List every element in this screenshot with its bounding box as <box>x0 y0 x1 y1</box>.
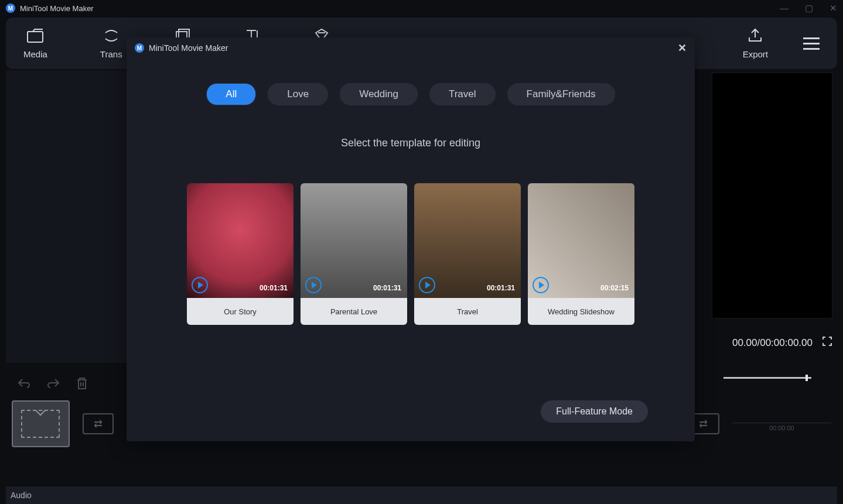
template-card-wedding-slideshow[interactable]: 00:02:15 Wedding Slideshow <box>528 183 634 325</box>
template-card-parental-love[interactable]: 00:01:31 Parental Love <box>301 183 407 325</box>
dialog-close-button[interactable]: ✕ <box>678 42 687 54</box>
template-duration: 00:01:31 <box>487 284 515 292</box>
app-logo-icon: M <box>135 43 144 53</box>
category-tabs: All Love Wedding Travel Family&Friends <box>127 83 695 105</box>
template-thumbnail: 00:01:31 <box>187 183 293 298</box>
dialog-titlebar: M MiniTool Movie Maker ✕ <box>127 37 695 59</box>
play-icon[interactable] <box>533 277 549 293</box>
tab-love[interactable]: Love <box>268 83 328 105</box>
play-icon[interactable] <box>305 277 322 293</box>
template-grid: 00:01:31 Our Story 00:01:31 Parental Lov… <box>127 183 695 325</box>
play-icon[interactable] <box>192 277 208 293</box>
template-thumbnail: 00:01:31 <box>301 183 407 298</box>
full-feature-mode-button[interactable]: Full-Feature Mode <box>541 400 648 423</box>
template-dialog: M MiniTool Movie Maker ✕ All Love Weddin… <box>127 37 695 441</box>
template-duration: 00:01:31 <box>260 284 288 292</box>
dialog-title: MiniTool Movie Maker <box>149 43 228 53</box>
tab-wedding[interactable]: Wedding <box>340 83 418 105</box>
dialog-backdrop: M MiniTool Movie Maker ✕ All Love Weddin… <box>0 0 843 504</box>
template-card-our-story[interactable]: 00:01:31 Our Story <box>187 183 293 325</box>
tab-all[interactable]: All <box>206 83 256 105</box>
template-name: Our Story <box>187 298 293 325</box>
template-name: Travel <box>414 298 521 325</box>
play-icon[interactable] <box>419 277 435 293</box>
template-duration: 00:02:15 <box>600 284 629 292</box>
tab-travel[interactable]: Travel <box>429 83 496 105</box>
template-thumbnail: 00:01:31 <box>414 183 521 298</box>
template-name: Wedding Slideshow <box>528 298 634 325</box>
dialog-subtitle: Select the template for editing <box>127 137 695 149</box>
template-thumbnail: 00:02:15 <box>528 183 634 298</box>
template-duration: 00:01:31 <box>373 284 401 292</box>
tab-family-friends[interactable]: Family&Friends <box>507 83 615 105</box>
template-card-travel[interactable]: 00:01:31 Travel <box>414 183 521 325</box>
template-name: Parental Love <box>301 298 407 325</box>
